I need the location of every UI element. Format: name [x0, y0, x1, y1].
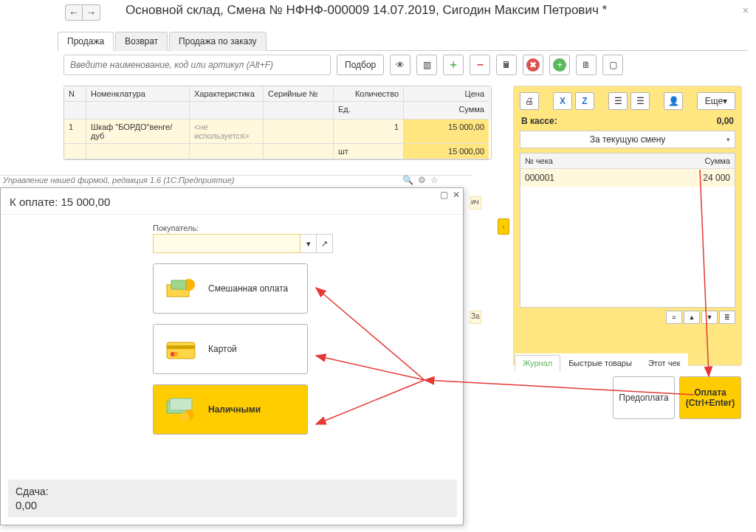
cell-name: Шкаф "БОРДО"венге/дуб: [86, 120, 190, 144]
calc-button[interactable]: 🖩: [496, 55, 517, 75]
prepay-button[interactable]: Предоплата: [613, 376, 675, 419]
plus-icon: +: [450, 58, 457, 72]
total-value: 15 000,00: [61, 196, 111, 208]
cash-icon: [164, 396, 198, 423]
modal-gear-icon[interactable]: ⚙: [418, 175, 426, 185]
barcode-button[interactable]: ▥: [416, 55, 437, 75]
change-label: Сдача:: [16, 486, 450, 497]
mixed-icon: [164, 275, 198, 302]
cell-qty: 1: [334, 120, 404, 144]
modal-maximize-button[interactable]: ▢: [440, 190, 448, 200]
buyer-dropdown-button[interactable]: ▾: [300, 234, 317, 253]
svg-point-10: [180, 412, 189, 421]
doc-icon: 🗎: [582, 60, 591, 70]
cell-char: <не используется>: [190, 120, 264, 144]
x-report-button[interactable]: X: [553, 92, 572, 110]
pay-mixed-option[interactable]: Смешанная оплата: [153, 263, 308, 314]
col-qty: Количество: [334, 86, 404, 102]
col-receipt-no: № чека: [520, 153, 668, 168]
receipt-sum: 24 000: [668, 169, 735, 187]
z-report-button[interactable]: Z: [575, 92, 594, 110]
search-input[interactable]: [63, 55, 331, 75]
add-green-button[interactable]: +: [549, 55, 570, 75]
panel-tab-journal[interactable]: Журнал: [515, 355, 560, 371]
svg-point-6: [173, 352, 178, 356]
nav-back-button[interactable]: ←: [65, 4, 83, 21]
pay-cash-option[interactable]: Наличными: [153, 384, 308, 435]
cash-label: В кассе:: [521, 116, 557, 126]
panel-tab-quick[interactable]: Быстрые товары: [560, 355, 640, 371]
calc-icon: 🖩: [502, 60, 511, 70]
cash-panel: 🖨 X Z ☰ ☰ 👤 Еще ▾ В кассе: 0,00 За текущ…: [513, 86, 742, 366]
total-label: К оплате:: [10, 196, 58, 208]
receipt1-button[interactable]: ☰: [608, 92, 628, 110]
remove-row-button[interactable]: −: [470, 55, 490, 75]
payment-dialog: ▢ ✕ К оплате: 15 000,00 Покупатель: ▾ ↗ …: [0, 187, 464, 525]
doc-button[interactable]: 🗎: [576, 55, 597, 75]
receipt2-button[interactable]: ☰: [630, 92, 650, 110]
col-unit: Ед.: [334, 102, 404, 120]
user-button[interactable]: 👤: [664, 92, 683, 110]
shift-select[interactable]: За текущую смену: [520, 131, 735, 148]
nav-last-button[interactable]: ≣: [719, 311, 735, 324]
pay-button[interactable]: Оплата (Ctrl+Enter): [679, 376, 741, 419]
modal-search-icon[interactable]: 🔍: [402, 175, 413, 185]
close-window-button[interactable]: ×: [743, 4, 749, 16]
panel-tab-this[interactable]: Этот чек: [640, 355, 688, 371]
pick-button[interactable]: Подбор: [337, 55, 384, 75]
cash-value: 0,00: [717, 116, 734, 126]
modal-star-icon[interactable]: ☆: [430, 175, 439, 185]
modal-titlebar: Управление нашей фирмой, редакция 1.6 (1…: [0, 175, 472, 188]
nav-fwd-button[interactable]: →: [83, 4, 100, 21]
col-n: N: [64, 86, 86, 102]
tab-sale-order[interactable]: Продажа по заказу: [169, 32, 267, 51]
col-sum: Сумма: [404, 102, 489, 120]
items-table: N Номенклатура Характеристика Серийные №…: [63, 86, 492, 160]
table-row[interactable]: 1 Шкаф "БОРДО"венге/дуб <не используется…: [64, 120, 491, 144]
buyer-label: Покупатель:: [153, 224, 463, 232]
print-button[interactable]: 🖨: [520, 92, 539, 110]
cell-sum: 15 000,00: [404, 144, 489, 159]
nav-up-button[interactable]: ▲: [684, 311, 700, 324]
window-title: Основной склад, Смена № НФНФ-000009 14.0…: [126, 3, 607, 18]
view-button[interactable]: 👁: [390, 55, 410, 75]
modal-close-button[interactable]: ✕: [453, 190, 460, 200]
cell-unit: шт: [334, 144, 404, 159]
tab-sale[interactable]: Продажа: [58, 32, 114, 51]
svg-rect-8: [170, 398, 192, 410]
cell-n: 1: [64, 120, 86, 144]
add-row-button[interactable]: +: [443, 55, 464, 75]
pay-mixed-label: Смешанная оплата: [208, 283, 288, 294]
extra-button[interactable]: ▢: [602, 55, 623, 75]
more-button[interactable]: Еще ▾: [697, 92, 735, 110]
pay-card-label: Картой: [208, 344, 237, 354]
extra-icon: ▢: [609, 60, 617, 70]
buyer-open-button[interactable]: ↗: [317, 234, 333, 253]
col-serial: Серийные №: [264, 86, 334, 102]
minus-icon: −: [477, 58, 484, 72]
col-price: Цена: [404, 86, 489, 102]
nav-down-button[interactable]: ▼: [701, 311, 718, 324]
stray-text: ич: [470, 196, 481, 210]
delete-button[interactable]: ✖: [523, 55, 543, 75]
barcode-icon: ▥: [423, 60, 431, 70]
change-value: 0,00: [16, 499, 450, 511]
cell-serial: [264, 120, 334, 144]
col-char: Характеристика: [190, 86, 264, 102]
delete-icon: ✖: [526, 58, 540, 72]
cell-price: 15 000,00: [404, 120, 489, 144]
add-icon: +: [553, 58, 566, 72]
tab-return[interactable]: Возврат: [115, 32, 168, 51]
eye-icon: 👁: [396, 60, 405, 70]
stray-text-2: За: [470, 311, 481, 324]
svg-rect-4: [167, 345, 195, 349]
pay-card-option[interactable]: Картой: [153, 324, 308, 374]
printer-icon: 🖨: [525, 96, 534, 106]
svg-rect-3: [167, 342, 195, 359]
collapse-panel-button[interactable]: ›: [498, 218, 509, 235]
nav-first-button[interactable]: ≡: [666, 311, 682, 324]
card-icon: [164, 336, 198, 362]
receipt-row[interactable]: 000001 24 000: [520, 169, 735, 187]
pay-cash-label: Наличными: [208, 404, 261, 415]
buyer-input[interactable]: [153, 234, 300, 253]
